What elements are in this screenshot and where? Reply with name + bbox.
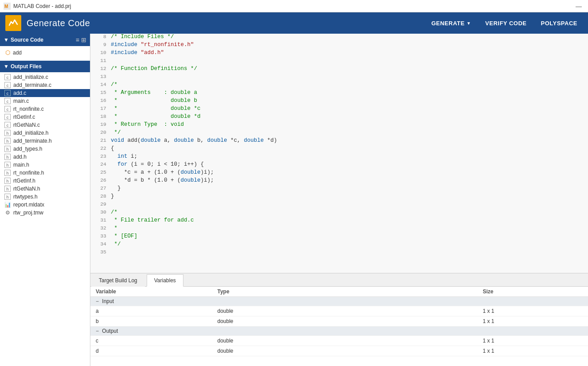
matlab-icon: M	[4, 3, 11, 10]
output-file-rtGetInf_c[interactable]: crtGetInf.c	[0, 113, 90, 121]
line-content: * File trailer for add.c	[111, 217, 194, 223]
bottom-tab-target-build-log[interactable]: Target Build Log	[91, 274, 145, 287]
output-file-rtw_proj_tmw[interactable]: ⚙rtw_proj.tmw	[0, 209, 90, 217]
code-line: 21void add(double a, double b, double *c…	[90, 137, 588, 145]
output-file-rtGetNaN_c[interactable]: crtGetNaN.c	[0, 121, 90, 129]
file-name-label: add_initialize.c	[13, 74, 48, 80]
main-layout: ▼ Source Code ≡ ⊞ ⬡ add ▼ Output Files c…	[0, 34, 588, 366]
file-name-label: add.c	[13, 90, 26, 96]
variables-section-output[interactable]: − Output	[90, 327, 588, 336]
variable-type: double	[212, 316, 478, 327]
line-number: 34	[94, 241, 106, 247]
bottom-tabs: Target Build LogVariables	[90, 273, 588, 287]
code-line: 15 * Arguments : double a	[90, 90, 588, 97]
line-number: 12	[94, 66, 106, 71]
generate-dropdown-arrow: ▼	[467, 21, 471, 26]
variable-row: ddouble1 x 1	[90, 346, 588, 356]
sidebar: ▼ Source Code ≡ ⊞ ⬡ add ▼ Output Files c…	[0, 34, 90, 366]
line-content: #include "rt_nonfinite.h"	[111, 42, 194, 48]
file-name-label: add_types.h	[13, 146, 42, 152]
line-content: /* Include Files */	[111, 34, 174, 40]
output-file-main_h[interactable]: hmain.h	[0, 161, 90, 169]
line-number: 15	[94, 90, 106, 95]
title-bar: M MATLAB Coder - add.prj —	[0, 0, 588, 12]
variable-row: cdouble1 x 1	[90, 336, 588, 346]
line-content: */	[111, 241, 121, 247]
output-file-rtGetInf_h[interactable]: hrtGetInf.h	[0, 177, 90, 185]
code-line: 34 */	[90, 241, 588, 249]
file-icon: h	[4, 154, 11, 160]
line-content: * double *c	[111, 105, 201, 112]
file-icon: ⚙	[4, 210, 11, 216]
line-number: 18	[94, 113, 106, 119]
output-file-add_terminate_c[interactable]: cadd_terminate.c	[0, 81, 90, 89]
section-toggle[interactable]: −	[96, 298, 99, 304]
file-name-label: rtGetInf.h	[13, 178, 35, 184]
svg-text:M: M	[4, 4, 8, 9]
line-number: 26	[94, 177, 106, 183]
list-view-button[interactable]: ≡	[76, 36, 79, 43]
source-arrow: ▼	[4, 37, 9, 43]
output-file-rtwtypes_h[interactable]: hrtwtypes.h	[0, 193, 90, 201]
section-toggle[interactable]: −	[96, 328, 99, 334]
line-number: 23	[94, 153, 106, 159]
output-file-rtGetNaN_h[interactable]: hrtGetNaN.h	[0, 185, 90, 193]
line-content: * double *d	[111, 113, 201, 120]
variables-section-input[interactable]: − Input	[90, 297, 588, 306]
output-file-add_initialize_c[interactable]: cadd_initialize.c	[0, 73, 90, 81]
file-name-label: rtwtypes.h	[13, 194, 38, 200]
line-number: 19	[94, 121, 106, 127]
variable-name: c	[90, 336, 212, 346]
code-line: 10#include "add.h"	[90, 50, 588, 58]
variable-type: double	[212, 306, 478, 316]
file-name-label: add_terminate.c	[13, 82, 51, 88]
variable-name: a	[90, 306, 212, 316]
output-file-add_terminate_h[interactable]: hadd_terminate.h	[0, 137, 90, 145]
output-file-main_c[interactable]: cmain.c	[0, 97, 90, 105]
code-line: 12/* Function Definitions */	[90, 66, 588, 74]
line-number: 9	[94, 42, 106, 47]
grid-view-button[interactable]: ⊞	[81, 36, 86, 43]
file-icon: c	[4, 90, 11, 96]
col-header-type: Type	[212, 287, 478, 297]
variables-table: Variable Type Size − Inputadouble1 x 1bd…	[90, 287, 588, 366]
line-content: *	[111, 225, 117, 231]
line-number: 28	[94, 193, 106, 199]
code-line: 32 *	[90, 225, 588, 233]
minimize-button[interactable]: —	[573, 3, 584, 10]
output-file-report_mldatx[interactable]: 📊report.mldatx	[0, 201, 90, 209]
generate-button[interactable]: GENERATE ▼	[426, 17, 476, 29]
sidebar-header-icons: ≡ ⊞	[76, 36, 86, 43]
code-line: 22{	[90, 145, 588, 153]
output-section-label: Output Files	[11, 63, 42, 70]
output-file-add_types_h[interactable]: hadd_types.h	[0, 145, 90, 153]
code-line: 27 }	[90, 185, 588, 193]
code-line: 26 *d = b * (1.0 + (double)i);	[90, 177, 588, 185]
file-icon: h	[4, 130, 11, 136]
output-files-list: cadd_initialize.ccadd_terminate.ccadd.cc…	[0, 72, 90, 366]
output-file-add_initialize_h[interactable]: hadd_initialize.h	[0, 129, 90, 137]
bottom-tab-variables[interactable]: Variables	[147, 274, 183, 287]
source-section-header[interactable]: ▼ Source Code ≡ ⊞	[0, 34, 90, 46]
file-icon: h	[4, 170, 11, 176]
file-icon: h	[4, 146, 11, 152]
verify-code-button[interactable]: VERIFY CODE	[480, 17, 532, 29]
file-icon: c	[4, 98, 11, 104]
variable-size: 1 x 1	[477, 346, 588, 356]
file-icon: h	[4, 178, 11, 184]
line-number: 10	[94, 50, 106, 55]
output-file-rt_nonfinite_h[interactable]: hrt_nonfinite.h	[0, 169, 90, 177]
file-name-label: rt_nonfinite.c	[13, 106, 44, 112]
polyspace-button[interactable]: POLYSPACE	[535, 17, 583, 29]
code-line: 31 * File trailer for add.c	[90, 217, 588, 225]
variable-size: 1 x 1	[477, 336, 588, 346]
file-icon: c	[4, 82, 11, 88]
output-file-rt_nonfinite_c[interactable]: crt_nonfinite.c	[0, 105, 90, 113]
line-content: }	[111, 193, 114, 199]
output-file-add_c[interactable]: cadd.c	[0, 89, 90, 97]
output-file-add_h[interactable]: hadd.h	[0, 153, 90, 161]
output-section-header[interactable]: ▼ Output Files	[0, 61, 90, 72]
code-line: 11	[90, 58, 588, 66]
source-file-add[interactable]: ⬡ add	[0, 48, 90, 57]
file-name-label: main.c	[13, 98, 29, 104]
